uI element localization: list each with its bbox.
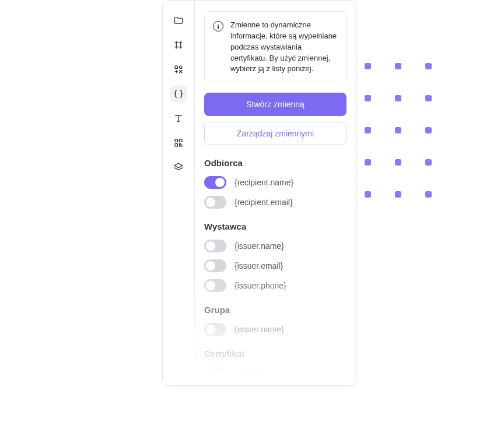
variable-toggle[interactable] [204,240,226,252]
svg-point-2 [180,66,183,69]
section-title: Odbiorca [204,158,346,168]
panel-content: i Zmienne to dynamiczne informacje, któr… [195,1,356,385]
svg-rect-3 [175,139,178,142]
tool-sidebar [163,1,195,385]
variable-toggle[interactable] [204,367,226,379]
svg-rect-0 [176,43,181,47]
info-icon: i [213,21,223,31]
variable-toggle[interactable] [204,323,226,336]
section-certyfikat: Certyfikat {credential.uuid} {credential… [204,349,346,385]
variables-panel: i Zmienne to dynamiczne informacje, któr… [162,0,356,386]
section-grupa: Grupa {issuer.name} [204,305,346,336]
shapes-icon[interactable] [170,61,187,78]
manage-variables-button[interactable]: Zarządzaj zmiennymi [204,122,346,145]
qr-icon[interactable] [170,135,187,151]
variable-label: {issuer.name} [235,325,284,334]
variable-label: {recipient.name} [235,178,293,187]
text-icon[interactable] [170,110,187,126]
variable-label: {recipient.email} [235,198,293,207]
variable-row: {recipient.email} [204,196,346,209]
svg-rect-1 [175,66,178,69]
variable-toggle[interactable] [204,279,226,292]
variable-label: {issuer.phone} [235,281,286,290]
variable-row: {recipient.name} [204,176,346,189]
section-title: Certyfikat [204,349,346,358]
variable-row: {issuer.email} [204,259,346,272]
decorative-dot-grid [365,63,432,198]
section-title: Grupa [204,305,346,315]
variable-toggle[interactable] [204,259,226,272]
section-odbiorca: Odbiorca {recipient.name} {recipient.ema… [204,158,346,209]
variable-toggle[interactable] [204,176,226,189]
variable-label: {credential.uuid} [235,368,293,378]
variable-row: {issuer.phone} [204,279,346,292]
variable-row: {credential.uuid} [204,367,346,379]
section-title: Wystawca [204,222,346,231]
variable-row: {issuer.name} [204,323,346,336]
braces-icon[interactable] [170,86,187,102]
variable-label: {issuer.name} [235,241,284,251]
variable-label: {issuer.email} [235,261,283,270]
svg-rect-5 [175,144,178,147]
folder-icon[interactable] [170,12,187,29]
variable-toggle[interactable] [204,196,226,209]
create-variable-button[interactable]: Stwórz zmienną [204,93,346,116]
section-wystawca: Wystawca {issuer.name} {issuer.email} {i… [204,222,346,292]
layers-icon[interactable] [170,159,187,175]
svg-rect-4 [180,139,183,142]
info-callout: i Zmienne to dynamiczne informacje, któr… [204,11,346,83]
variable-row: {issuer.name} [204,240,346,252]
callout-text: Zmienne to dynamiczne informacje, które … [230,20,338,75]
frame-icon[interactable] [170,37,187,53]
